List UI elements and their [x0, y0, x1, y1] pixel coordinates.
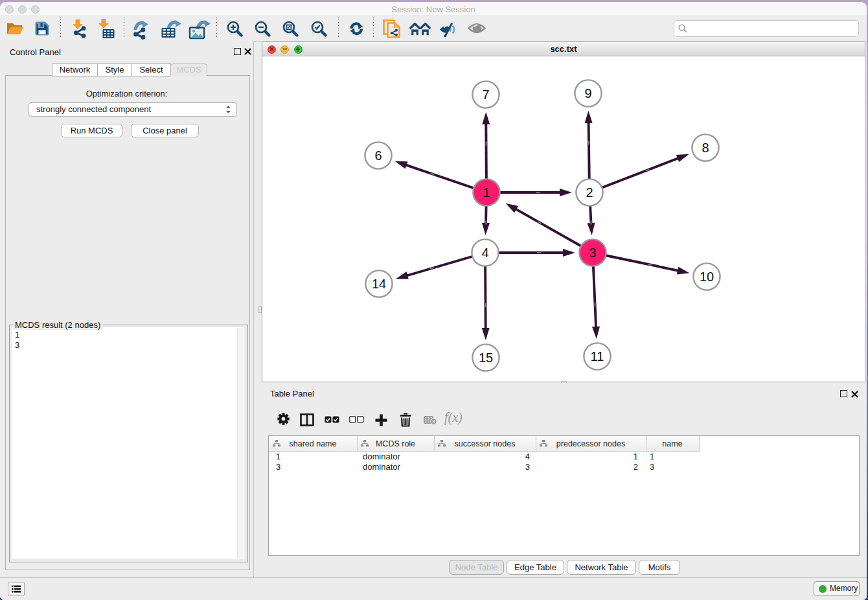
- svg-text:4: 4: [481, 246, 488, 260]
- svg-text:11: 11: [591, 349, 604, 363]
- svg-text:14: 14: [372, 277, 386, 291]
- svg-text:3: 3: [589, 246, 596, 260]
- svg-text:8: 8: [702, 141, 709, 155]
- svg-text:10: 10: [700, 270, 714, 284]
- svg-text:2: 2: [586, 185, 593, 200]
- svg-text:7: 7: [482, 87, 489, 102]
- svg-text:1: 1: [483, 185, 490, 200]
- svg-text:6: 6: [374, 148, 382, 163]
- svg-text:15: 15: [479, 351, 493, 365]
- svg-text:9: 9: [584, 86, 591, 100]
